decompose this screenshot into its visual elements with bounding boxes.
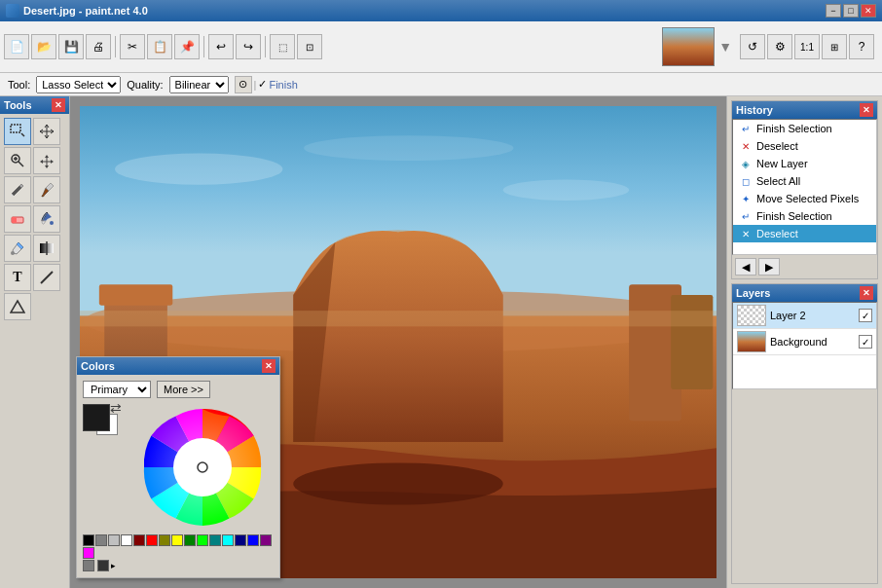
layer-name-0: Layer 2 bbox=[770, 310, 806, 321]
layers-list[interactable]: Layer 2 ✓ Background ✓ bbox=[732, 302, 877, 389]
quality-select[interactable]: Bilinear bbox=[169, 76, 229, 93]
help-button[interactable]: ? bbox=[849, 34, 874, 59]
separator: | bbox=[254, 79, 257, 91]
svg-rect-0 bbox=[11, 125, 20, 132]
new-file-button[interactable]: 📄 bbox=[4, 34, 29, 59]
eraser-tool[interactable] bbox=[4, 205, 31, 233]
palette-red[interactable] bbox=[146, 534, 158, 546]
layer-item-0[interactable]: Layer 2 ✓ bbox=[733, 303, 876, 329]
palette-white[interactable] bbox=[121, 534, 132, 546]
fg-bg-arrow[interactable]: ▸ bbox=[111, 561, 116, 570]
history-back-button[interactable]: ◀ bbox=[735, 258, 756, 276]
color-fill-tool[interactable] bbox=[33, 205, 60, 233]
text-tool[interactable]: T bbox=[4, 264, 31, 291]
colors-close-button[interactable]: ✕ bbox=[262, 359, 276, 373]
move-tool[interactable] bbox=[33, 118, 60, 145]
rectangle-select-tool[interactable] bbox=[4, 118, 31, 145]
palette-navy[interactable] bbox=[235, 534, 246, 546]
svg-point-20 bbox=[293, 462, 503, 504]
palette-purple[interactable] bbox=[260, 534, 272, 546]
palette-teal[interactable] bbox=[209, 534, 221, 546]
open-file-button[interactable]: 📂 bbox=[31, 34, 56, 59]
palette-magenta[interactable] bbox=[83, 547, 94, 559]
palette-blue[interactable] bbox=[247, 534, 259, 546]
svg-rect-19 bbox=[671, 295, 713, 389]
zoom-100-button[interactable]: 1:1 bbox=[794, 34, 820, 59]
layer-visible-1[interactable]: ✓ bbox=[859, 335, 872, 349]
palette-maroon[interactable] bbox=[133, 534, 145, 546]
right-panels: History ✕ ↵ Finish Selection ✕ Deselect … bbox=[726, 96, 882, 588]
rotate-button[interactable]: ↺ bbox=[740, 34, 765, 59]
title-bar: Desert.jpg - paint.net 4.0 − □ ✕ bbox=[0, 0, 882, 21]
copy-button[interactable]: 📋 bbox=[147, 34, 172, 59]
primary-color-swatch[interactable] bbox=[83, 404, 110, 431]
layers-close-button[interactable]: ✕ bbox=[860, 286, 873, 300]
palette-gray[interactable] bbox=[95, 534, 107, 546]
color-wheel[interactable] bbox=[139, 404, 266, 531]
palette-silver[interactable] bbox=[108, 534, 120, 546]
palette-yellow[interactable] bbox=[171, 534, 183, 546]
line-tool[interactable] bbox=[33, 264, 60, 291]
svg-point-8 bbox=[11, 251, 15, 255]
history-forward-button[interactable]: ▶ bbox=[758, 258, 780, 276]
pan-tool[interactable] bbox=[33, 147, 60, 174]
gradient-tool[interactable] bbox=[33, 235, 60, 262]
crop-button[interactable]: ⊡ bbox=[297, 34, 322, 59]
deselect-button[interactable]: ⬚ bbox=[270, 34, 295, 59]
history-finish-icon: ↵ bbox=[739, 122, 753, 135]
colors-panel-header: Colors ✕ bbox=[77, 357, 279, 375]
thumb-dropdown-icon[interactable]: ▼ bbox=[718, 39, 732, 55]
brush-tool[interactable] bbox=[33, 176, 60, 203]
history-item-6[interactable]: ✕ Deselect bbox=[733, 225, 876, 242]
tools-panel-header: Tools ✕ bbox=[0, 96, 69, 114]
shape-tool[interactable] bbox=[4, 293, 31, 320]
print-button[interactable]: 🖨 bbox=[86, 34, 111, 59]
cut-button[interactable]: ✂ bbox=[120, 34, 145, 59]
palette-green[interactable] bbox=[184, 534, 196, 546]
layer-name-1: Background bbox=[770, 336, 827, 348]
palette-olive[interactable] bbox=[159, 534, 170, 546]
color-picker-tool[interactable] bbox=[4, 235, 31, 262]
pencil-tool[interactable] bbox=[4, 176, 31, 203]
tool-select[interactable]: Lasso Select bbox=[36, 76, 121, 93]
app-icon bbox=[6, 4, 19, 18]
antialias-toggle[interactable]: ⊙ bbox=[235, 76, 252, 93]
layer-thumb-1 bbox=[737, 331, 766, 352]
fg-color-mini[interactable] bbox=[97, 560, 109, 571]
zoom-fit-button[interactable]: ⊞ bbox=[822, 34, 847, 59]
history-list[interactable]: ↵ Finish Selection ✕ Deselect ◈ New Laye… bbox=[732, 119, 877, 255]
save-file-button[interactable]: 💾 bbox=[58, 34, 84, 59]
maximize-button[interactable]: □ bbox=[843, 4, 859, 18]
palette-black[interactable] bbox=[83, 534, 94, 546]
history-item-label: New Layer bbox=[756, 158, 808, 169]
history-item-3[interactable]: ◻ Select All bbox=[733, 172, 876, 190]
history-close-button[interactable]: ✕ bbox=[860, 103, 873, 117]
history-item-0[interactable]: ↵ Finish Selection bbox=[733, 120, 876, 137]
more-colors-button[interactable]: More >> bbox=[157, 381, 210, 398]
color-mode-select[interactable]: Primary Secondary bbox=[83, 381, 151, 398]
history-deselect2-icon: ✕ bbox=[739, 227, 753, 240]
redo-button[interactable]: ↪ bbox=[236, 34, 261, 59]
minimize-button[interactable]: − bbox=[826, 4, 841, 18]
finish-text[interactable]: Finish bbox=[269, 79, 297, 91]
window-controls: − □ ✕ bbox=[826, 4, 876, 18]
paste-button[interactable]: 📌 bbox=[174, 34, 200, 59]
tools-close-button[interactable]: ✕ bbox=[52, 98, 65, 112]
layer-item-1[interactable]: Background ✓ bbox=[733, 329, 876, 355]
history-item-1[interactable]: ✕ Deselect bbox=[733, 137, 876, 155]
layer-visible-0[interactable]: ✓ bbox=[859, 309, 872, 322]
tools-title: Tools bbox=[4, 99, 32, 111]
undo-button[interactable]: ↩ bbox=[208, 34, 234, 59]
canvas-thumbnail[interactable] bbox=[662, 27, 715, 66]
finish-label: ✓ bbox=[258, 78, 267, 91]
history-item-4[interactable]: ✦ Move Selected Pixels bbox=[733, 190, 876, 207]
close-button[interactable]: ✕ bbox=[861, 4, 876, 18]
palette-cyan[interactable] bbox=[222, 534, 234, 546]
zoom-in-tool[interactable] bbox=[4, 147, 31, 174]
settings-button[interactable]: ⚙ bbox=[767, 34, 792, 59]
history-item-2[interactable]: ◈ New Layer bbox=[733, 155, 876, 172]
quality-label: Quality: bbox=[127, 79, 163, 91]
palette-e1[interactable] bbox=[83, 560, 94, 571]
palette-lime[interactable] bbox=[197, 534, 208, 546]
history-item-5[interactable]: ↵ Finish Selection bbox=[733, 207, 876, 225]
